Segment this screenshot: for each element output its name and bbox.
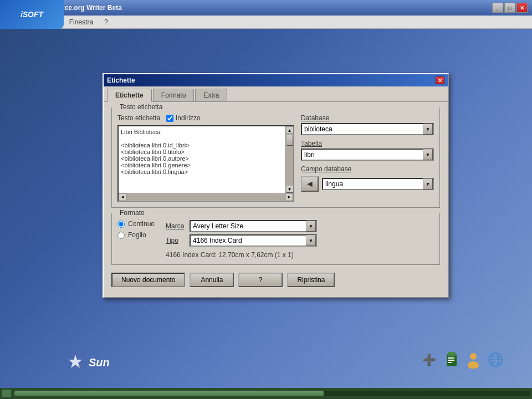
campo-label: Campo database: [301, 165, 434, 173]
textarea-scrollbar-v[interactable]: ▲ ▼: [285, 126, 293, 193]
testo-section-label: Testo etichetta: [117, 103, 165, 111]
ripristina-button[interactable]: Ripristina: [287, 273, 335, 287]
tipo-combo[interactable]: 4166 Index Card ▼: [190, 234, 317, 247]
textarea-inner: Libri Biblioteca <biblioteca.libri.0.id_…: [119, 126, 293, 193]
progress-indicator: [2, 390, 11, 397]
textarea-line-5: <biblioteca.libri.0.autore>: [121, 155, 283, 162]
foglio-radio-label[interactable]: Foglio: [117, 231, 155, 239]
menu-finestra[interactable]: Finestra: [67, 17, 95, 27]
svg-rect-2: [448, 352, 456, 356]
user-icon[interactable]: [464, 351, 482, 369]
testo-section-content: Testo etichetta Indirizzo L: [117, 114, 434, 202]
textarea-content[interactable]: Libri Biblioteca <biblioteca.libri.0.id_…: [119, 126, 285, 193]
dialog-close-button[interactable]: ✕: [436, 76, 444, 84]
tabella-value: libri: [302, 151, 423, 158]
campo-value: lingua: [323, 180, 423, 188]
radio-group: Continuo Foglio: [117, 220, 155, 239]
tipo-dropdown-button[interactable]: ▼: [306, 235, 316, 246]
dialog-title: Etichette: [107, 76, 135, 84]
tabella-section: Tabella libri ▼: [301, 140, 434, 161]
textarea-line-6: <biblioteca.libri.0.genere>: [121, 162, 283, 168]
tabella-combo[interactable]: libri ▼: [301, 149, 434, 161]
textarea-line-7: <biblioteca.libri.0.lingua>: [121, 168, 283, 175]
tipo-value: 4166 Index Card: [191, 237, 306, 244]
tab-formato[interactable]: Formato: [153, 89, 195, 101]
tipo-row: Tipo 4166 Index Card ▼: [166, 234, 434, 247]
marca-dropdown-button[interactable]: ▼: [306, 221, 316, 232]
scroll-down-button[interactable]: ▼: [286, 185, 294, 193]
testo-field-row: Testo etichetta Indirizzo: [117, 114, 294, 122]
format-info-text: 4166 Index Card: 12,70cm x 7,62cm (1 x 1…: [166, 251, 434, 259]
isoft-logo-text: iSOFT: [21, 10, 43, 19]
marca-label: Marca: [166, 222, 185, 230]
svg-point-7: [468, 361, 479, 369]
campo-section: Campo database ◄ lingua ▼: [301, 165, 434, 194]
annulla-button[interactable]: Annulla: [190, 273, 234, 287]
scroll-right-button[interactable]: ►: [285, 193, 293, 201]
foglio-label-text: Foglio: [128, 231, 146, 239]
minimize-button[interactable]: _: [492, 3, 503, 13]
scroll-up-button[interactable]: ▲: [286, 126, 294, 134]
textarea-line-3: <biblioteca.libri.0.id_libri>: [121, 142, 283, 149]
foglio-radio[interactable]: [117, 232, 125, 239]
testo-field-label: Testo etichetta: [117, 114, 162, 122]
tabella-dropdown-button[interactable]: ▼: [423, 149, 433, 160]
database-combo[interactable]: biblioteca ▼: [301, 123, 434, 135]
indirizzo-checkbox[interactable]: [166, 115, 173, 122]
marca-tipo-area: Marca Avery Letter Size ▼ Tipo 4166 Inde…: [166, 220, 434, 259]
sun-logo-icon: [66, 354, 84, 371]
clipboard-icon[interactable]: [442, 351, 460, 369]
sun-logo-text: Sun: [89, 356, 110, 369]
database-dropdown-button[interactable]: ▼: [423, 124, 433, 135]
textarea-line-2: [121, 135, 283, 142]
database-value: biblioteca: [302, 125, 423, 133]
formato-content: Continuo Foglio Marca: [117, 220, 434, 259]
svg-rect-5: [448, 362, 452, 363]
tab-extra[interactable]: Extra: [195, 89, 227, 101]
nuovo-documento-button[interactable]: Nuovo documento: [111, 273, 185, 287]
continuo-label-text: Continuo: [128, 220, 155, 228]
right-panel: Database biblioteca ▼ Tabella lib: [301, 114, 434, 202]
marca-combo[interactable]: Avery Letter Size ▼: [190, 220, 317, 232]
insert-arrow-icon: ◄: [305, 179, 314, 189]
formato-section-label: Formato: [117, 209, 147, 217]
dialog-tabs: Etichette Formato Extra: [104, 86, 448, 101]
continuo-radio-label[interactable]: Continuo: [117, 220, 155, 228]
desktop-background: Sun ➕: [0, 29, 532, 399]
etichette-dialog: Etichette ✕ Etichette Formato Extra Test…: [103, 73, 449, 298]
scroll-left-button[interactable]: ◄: [119, 193, 126, 201]
left-panel: Testo etichetta Indirizzo L: [117, 114, 294, 202]
isoft-logo: iSOFT: [0, 0, 64, 29]
scroll-track: [286, 134, 293, 185]
add-icon[interactable]: ➕: [420, 351, 438, 369]
window-controls: _ □ ✕: [492, 3, 528, 13]
indirizzo-label-text: Indirizzo: [176, 114, 201, 122]
bottom-icon-bar: ➕: [420, 351, 504, 369]
menu-help[interactable]: ?: [102, 17, 110, 27]
svg-point-6: [470, 353, 477, 360]
tabella-label: Tabella: [301, 140, 434, 147]
globe-icon[interactable]: [487, 351, 504, 369]
h-scroll-track: [126, 195, 285, 200]
window-title: 1 - OpenOffice.org Writer Beta: [27, 4, 492, 12]
textarea-line-4: <biblioteca.libri.0.titolo>: [121, 149, 283, 155]
campo-combo[interactable]: lingua ▼: [322, 178, 434, 190]
insert-field-button[interactable]: ◄: [301, 176, 319, 192]
dialog-titlebar: Etichette ✕: [104, 74, 448, 86]
tab-etichette[interactable]: Etichette: [107, 89, 152, 102]
indirizzo-checkbox-label[interactable]: Indirizzo: [166, 114, 201, 122]
dialog-buttons: Nuovo documento Annulla ? Ripristina: [111, 270, 440, 289]
textarea-container: Libri Biblioteca <biblioteca.libri.0.id_…: [117, 125, 294, 202]
close-window-button[interactable]: ✕: [516, 3, 528, 13]
progress-track: [14, 391, 530, 396]
database-section: Database biblioteca ▼: [301, 114, 434, 135]
progress-bar-container: [0, 388, 532, 399]
continuo-radio[interactable]: [117, 221, 125, 228]
help-button[interactable]: ?: [238, 273, 283, 287]
scroll-thumb[interactable]: [287, 135, 293, 146]
marca-value: Avery Letter Size: [191, 222, 306, 230]
campo-dropdown-button[interactable]: ▼: [423, 178, 433, 190]
textarea-scrollbar-h[interactable]: ◄ ►: [119, 193, 293, 201]
maximize-button[interactable]: □: [504, 3, 515, 13]
outer-window-titlebar: 1 - OpenOffice.org Writer Beta _ □ ✕: [0, 0, 532, 16]
